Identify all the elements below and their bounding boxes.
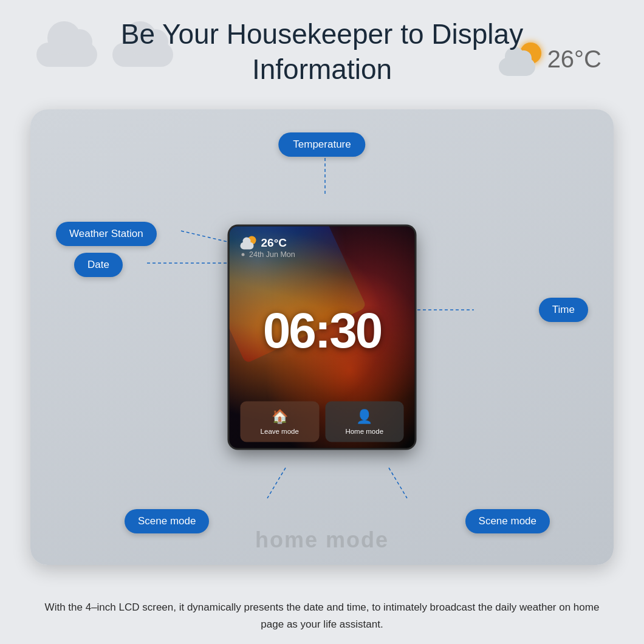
time-label: Time — [539, 298, 588, 322]
temperature-label: Temperature — [278, 132, 365, 157]
leave-mode-label: Leave mode — [261, 428, 299, 435]
scene-buttons-row: 🏠 Leave mode 👤 Home mode — [241, 402, 404, 442]
footer-text: With the 4–inch LCD screen, it dynamical… — [33, 599, 611, 633]
watermark: home mode — [255, 527, 389, 553]
leave-mode-icon: 🏠 — [272, 409, 288, 425]
screen-temp: 26°C — [261, 236, 287, 250]
home-mode-icon: 👤 — [356, 409, 372, 425]
svg-line-5 — [389, 468, 407, 498]
leave-mode-button[interactable]: 🏠 Leave mode — [241, 402, 320, 442]
date-row: 24th Jun Mon — [241, 250, 404, 259]
scene-mode-right-label: Scene mode — [465, 509, 550, 533]
svg-line-4 — [267, 468, 286, 498]
weather-station-label: Weather Station — [56, 222, 157, 246]
weather-icon — [241, 236, 256, 250]
screen-date: 24th Jun Mon — [249, 250, 295, 259]
svg-line-1 — [181, 231, 233, 243]
page-title: Be Your Housekeeper to Display Informati… — [0, 0, 644, 87]
home-mode-label: Home mode — [345, 428, 383, 435]
weather-row: 26°C — [241, 236, 404, 250]
title-line1: Be Your Housekeeper to Display — [0, 17, 644, 52]
date-label: Date — [74, 253, 123, 277]
device-screen: 26°C 24th Jun Mon 06:30 🏠 Leave mode 👤 H… — [230, 227, 415, 448]
scene-mode-left-label: Scene mode — [125, 509, 209, 533]
screen-content: 26°C 24th Jun Mon 06:30 🏠 Leave mode 👤 H… — [230, 227, 415, 448]
home-mode-button[interactable]: 👤 Home mode — [325, 402, 404, 442]
time-display: 06:30 — [241, 261, 404, 399]
main-card: 26°C 24th Jun Mon 06:30 🏠 Leave mode 👤 H… — [30, 109, 614, 565]
title-line2: Information — [0, 52, 644, 87]
